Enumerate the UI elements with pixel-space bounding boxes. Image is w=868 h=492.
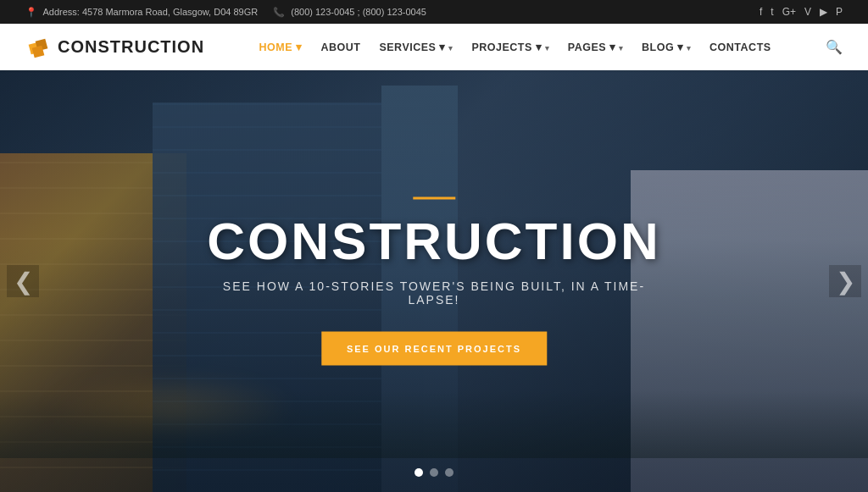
googleplus-icon[interactable]: G+ (782, 6, 796, 18)
nav-item-services[interactable]: SERVICES ▾ (379, 41, 453, 53)
hero-subtitle: SEE HOW A 10-STORIES TOWER'S BEING BUILT… (207, 279, 660, 307)
nav-item-blog[interactable]: BLOG ▾ (642, 41, 691, 53)
nav-link-blog[interactable]: BLOG ▾ (642, 41, 684, 53)
nav-link-about[interactable]: ABOUT (320, 41, 360, 53)
chevron-left-icon: ❮ (14, 268, 33, 296)
hero-dots (415, 468, 453, 477)
pinterest-icon[interactable]: P (836, 6, 843, 18)
hero-arrow-right[interactable]: ❯ (829, 265, 861, 297)
nav-link-services[interactable]: SERVICES ▾ (379, 41, 445, 53)
nav-link-pages[interactable]: PAGES ▾ (568, 41, 616, 53)
pin-icon: 📍 (25, 7, 37, 17)
dot-1[interactable] (415, 468, 423, 477)
nav-item-about[interactable]: ABOUT (320, 41, 360, 53)
twitter-icon[interactable]: t (771, 6, 773, 18)
chevron-right-icon: ❯ (836, 268, 855, 296)
youtube-icon[interactable]: ▶ (820, 6, 827, 18)
logo-text: CONSTRUCTION (58, 37, 204, 57)
phone-info: 📞 (800) 123-0045 ; (800) 123-0045 (273, 7, 426, 18)
facebook-icon[interactable]: f (760, 6, 762, 18)
top-bar-left: 📍 Address: 4578 Marmora Road, Glasgow, D… (25, 7, 426, 18)
nav-item-projects[interactable]: PROJECTS ▾ (471, 41, 548, 53)
nav-item-pages[interactable]: PAGES ▾ (568, 41, 623, 53)
search-icon[interactable]: 🔍 (826, 39, 843, 55)
hero-accent-line (413, 197, 455, 200)
nav-item-contacts[interactable]: CONTACTS (709, 41, 771, 53)
navbar: CONSTRUCTION HOME ▾ ABOUT SERVICES ▾ PRO… (0, 24, 868, 70)
hero-content: CONSTRUCTION SEE HOW A 10-STORIES TOWER'… (207, 197, 660, 366)
nav-link-home[interactable]: HOME ▾ (259, 41, 302, 53)
phone-icon: 📞 (273, 7, 285, 17)
address-info: 📍 Address: 4578 Marmora Road, Glasgow, D… (25, 7, 258, 18)
dot-2[interactable] (430, 468, 438, 477)
hero-title: CONSTRUCTION (207, 215, 660, 268)
nav-menu: HOME ▾ ABOUT SERVICES ▾ PROJECTS ▾ PAGES… (259, 41, 771, 53)
hero-cta-button[interactable]: SEE OUR RECENT PROJECTS (321, 332, 547, 366)
top-bar: 📍 Address: 4578 Marmora Road, Glasgow, D… (0, 0, 868, 24)
dot-3[interactable] (445, 468, 453, 477)
logo-icon (25, 35, 51, 60)
hero-section: CONSTRUCTION SEE HOW A 10-STORIES TOWER'… (0, 70, 868, 492)
nav-link-projects[interactable]: PROJECTS ▾ (471, 41, 542, 53)
nav-link-contacts[interactable]: CONTACTS (709, 41, 771, 53)
logo[interactable]: CONSTRUCTION (25, 35, 204, 60)
social-links: f t G+ V ▶ P (760, 6, 843, 18)
nav-item-home[interactable]: HOME ▾ (259, 41, 302, 53)
nav-right: 🔍 (826, 39, 843, 55)
vimeo-icon[interactable]: V (804, 6, 811, 18)
hero-arrow-left[interactable]: ❮ (7, 265, 39, 297)
